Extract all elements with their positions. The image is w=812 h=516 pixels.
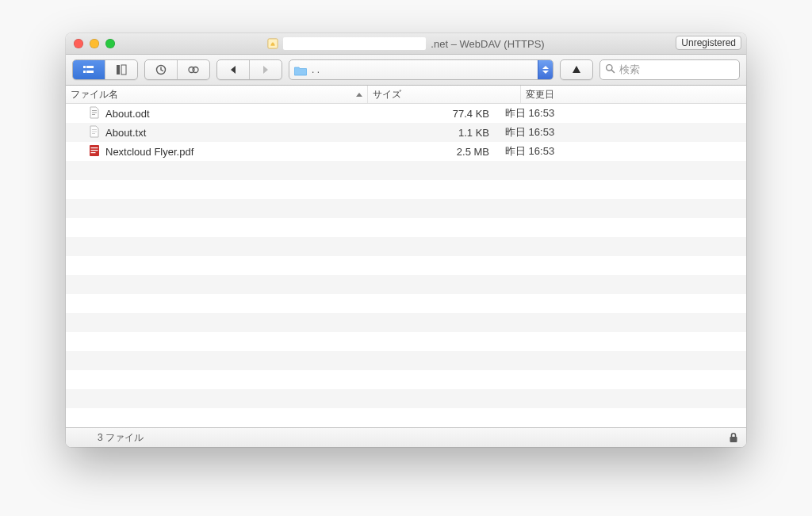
title-redacted — [283, 37, 426, 50]
lock-icon — [729, 432, 738, 443]
empty-area — [66, 161, 746, 427]
file-size: 2.5 MB — [358, 146, 500, 158]
close-button[interactable] — [74, 39, 83, 48]
window-title-suffix: .net – WebDAV (HTTPS) — [431, 38, 544, 50]
svg-rect-20 — [91, 150, 98, 151]
search-placeholder: 検索 — [619, 63, 640, 77]
search-icon — [605, 63, 615, 76]
svg-rect-17 — [92, 133, 95, 134]
title-area: .net – WebDAV (HTTPS) — [66, 37, 746, 50]
nav-group — [216, 59, 282, 80]
svg-rect-12 — [92, 110, 97, 111]
unregistered-button[interactable]: Unregistered — [676, 36, 741, 50]
minimize-button[interactable] — [90, 39, 99, 48]
chevron-up-icon — [542, 66, 549, 69]
svg-rect-22 — [730, 437, 737, 442]
svg-rect-16 — [92, 131, 97, 132]
window-controls — [66, 39, 115, 48]
sort-ascending-icon — [356, 93, 362, 97]
sync-button[interactable] — [178, 60, 209, 79]
column-header-name-label: ファイル名 — [71, 88, 118, 101]
toolbar: . . 検索 — [66, 55, 746, 86]
history-button[interactable] — [145, 60, 178, 79]
view-list-button[interactable] — [73, 60, 105, 79]
fullscreen-button[interactable] — [105, 39, 115, 48]
forward-button[interactable] — [250, 60, 282, 79]
file-modified: 昨日 16:53 — [500, 106, 746, 120]
file-list[interactable]: About.odt77.4 KB昨日 16:53About.txt1.1 KB昨… — [66, 104, 746, 427]
up-directory-button[interactable] — [560, 59, 593, 80]
utility-group — [144, 59, 210, 80]
back-button[interactable] — [217, 60, 250, 79]
view-column-button[interactable] — [105, 60, 137, 79]
file-modified: 昨日 16:53 — [500, 125, 746, 140]
svg-rect-1 — [83, 66, 86, 68]
svg-line-11 — [611, 70, 614, 72]
column-header-row: ファイル名 サイズ 変更日 — [66, 86, 746, 104]
file-name: Nextcloud Flyer.pdf — [105, 146, 193, 158]
svg-rect-19 — [91, 147, 98, 148]
svg-rect-3 — [83, 71, 86, 73]
column-header-modified[interactable]: 変更日 — [521, 86, 746, 103]
status-count: 3 ファイル — [98, 431, 144, 445]
titlebar[interactable]: .net – WebDAV (HTTPS) Unregistered — [66, 33, 746, 55]
column-header-size[interactable]: サイズ — [368, 86, 521, 103]
svg-rect-6 — [121, 65, 126, 75]
file-icon — [88, 106, 101, 121]
app-icon — [267, 38, 278, 49]
file-icon — [88, 144, 101, 159]
svg-rect-5 — [117, 65, 120, 75]
file-row[interactable]: About.odt77.4 KB昨日 16:53 — [66, 104, 746, 123]
path-stepper[interactable] — [538, 60, 553, 79]
svg-rect-13 — [92, 112, 97, 113]
svg-rect-21 — [91, 152, 96, 153]
file-size: 1.1 KB — [358, 127, 500, 139]
svg-point-9 — [193, 67, 198, 73]
file-row[interactable]: About.txt1.1 KB昨日 16:53 — [66, 123, 746, 142]
svg-rect-15 — [92, 129, 97, 130]
column-header-modified-label: 変更日 — [526, 88, 554, 101]
file-name: About.txt — [105, 127, 146, 139]
search-input[interactable]: 検索 — [599, 59, 740, 80]
file-browser-window: .net – WebDAV (HTTPS) Unregistered — [66, 33, 746, 447]
file-name: About.odt — [105, 108, 150, 120]
file-icon — [88, 125, 101, 140]
column-header-name[interactable]: ファイル名 — [66, 86, 368, 103]
column-header-size-label: サイズ — [373, 88, 401, 101]
file-row[interactable]: Nextcloud Flyer.pdf2.5 MB昨日 16:53 — [66, 142, 746, 161]
path-text: . . — [307, 64, 538, 75]
folder-icon — [294, 65, 307, 75]
file-size: 77.4 KB — [358, 108, 500, 120]
svg-rect-2 — [86, 66, 94, 68]
status-bar: 3 ファイル — [66, 427, 746, 447]
path-selector[interactable]: . . — [289, 59, 553, 80]
svg-rect-4 — [86, 71, 94, 73]
file-modified: 昨日 16:53 — [500, 144, 746, 159]
view-mode-group — [72, 59, 138, 80]
chevron-down-icon — [542, 71, 549, 74]
svg-rect-14 — [92, 114, 95, 115]
